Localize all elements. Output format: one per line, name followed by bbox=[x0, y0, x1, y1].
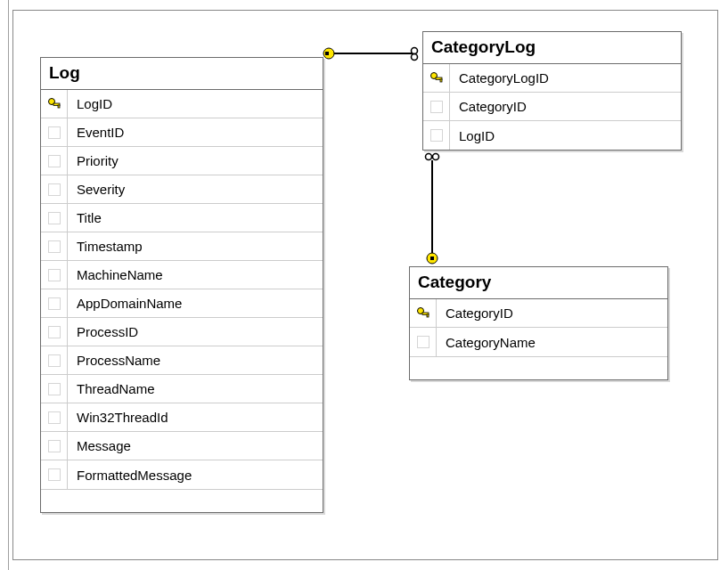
column-processname[interactable]: ProcessName bbox=[41, 346, 323, 375]
blank-icon bbox=[48, 326, 61, 338]
column-processid[interactable]: ProcessID bbox=[41, 318, 323, 346]
column-name: Win32ThreadId bbox=[68, 410, 168, 425]
blank-cell bbox=[41, 289, 68, 317]
column-message[interactable]: Message bbox=[41, 432, 323, 460]
blank-icon bbox=[48, 354, 61, 367]
blank-cell bbox=[423, 93, 450, 120]
svg-point-3 bbox=[412, 48, 418, 54]
column-priority[interactable]: Priority bbox=[41, 147, 323, 175]
column-name: CategoryID bbox=[450, 99, 527, 114]
key-icon bbox=[47, 97, 61, 111]
columns: CategoryLogID CategoryID LogID bbox=[423, 64, 681, 150]
column-name: Title bbox=[68, 210, 102, 225]
blank-cell bbox=[41, 261, 68, 289]
column-categorylogid[interactable]: CategoryLogID bbox=[423, 64, 681, 93]
column-name: Severity bbox=[68, 182, 125, 197]
column-name: EventID bbox=[68, 125, 124, 140]
table-log[interactable]: Log LogID EventID Priority Severity Titl… bbox=[40, 57, 323, 513]
svg-point-6 bbox=[426, 154, 432, 160]
relation-category-categorylog bbox=[422, 150, 442, 267]
column-logid[interactable]: LogID bbox=[423, 121, 681, 150]
column-eventid[interactable]: EventID bbox=[41, 118, 323, 147]
column-threadname[interactable]: ThreadName bbox=[41, 375, 323, 403]
blank-cell bbox=[41, 232, 68, 260]
diagram-canvas: Log LogID EventID Priority Severity Titl… bbox=[12, 10, 718, 560]
column-name: Message bbox=[68, 438, 131, 453]
pk-cell bbox=[41, 90, 68, 118]
column-name: Timestamp bbox=[68, 239, 143, 254]
table-footer bbox=[41, 489, 323, 512]
blank-icon bbox=[430, 101, 443, 113]
table-footer bbox=[410, 356, 667, 379]
column-categoryid[interactable]: CategoryID bbox=[423, 93, 681, 121]
blank-cell bbox=[410, 328, 437, 356]
column-categoryname[interactable]: CategoryName bbox=[410, 328, 667, 356]
svg-rect-18 bbox=[427, 314, 429, 317]
pk-cell bbox=[423, 64, 450, 92]
blank-icon bbox=[48, 183, 61, 196]
table-title: Category bbox=[410, 267, 667, 299]
blank-cell bbox=[41, 204, 68, 232]
column-win32threadid[interactable]: Win32ThreadId bbox=[41, 403, 323, 432]
margin-rule bbox=[8, 0, 9, 570]
table-categorylog[interactable]: CategoryLog CategoryLogID CategoryID Log… bbox=[422, 31, 682, 151]
column-name: CategoryID bbox=[437, 305, 513, 321]
columns: LogID EventID Priority Severity Title Ti… bbox=[41, 90, 323, 489]
blank-icon bbox=[48, 126, 61, 139]
svg-rect-12 bbox=[58, 105, 60, 108]
column-logid[interactable]: LogID bbox=[41, 90, 323, 118]
table-title: Log bbox=[41, 58, 323, 90]
blank-icon bbox=[48, 269, 61, 281]
table-title: CategoryLog bbox=[423, 32, 681, 64]
svg-point-8 bbox=[427, 253, 438, 264]
pk-cell bbox=[410, 299, 437, 327]
blank-icon bbox=[48, 212, 61, 224]
blank-cell bbox=[41, 147, 68, 175]
blank-cell bbox=[41, 375, 68, 403]
column-name: ProcessID bbox=[68, 324, 138, 339]
relation-log-categorylog bbox=[322, 45, 427, 62]
blank-icon bbox=[48, 440, 61, 452]
blank-icon bbox=[48, 383, 61, 395]
blank-cell bbox=[41, 460, 68, 489]
blank-cell bbox=[41, 346, 68, 374]
column-severity[interactable]: Severity bbox=[41, 175, 323, 204]
column-name: AppDomainName bbox=[68, 296, 182, 311]
column-name: ThreadName bbox=[68, 381, 155, 396]
blank-icon bbox=[417, 336, 429, 348]
column-name: MachineName bbox=[68, 267, 163, 282]
table-category[interactable]: Category CategoryID CategoryName bbox=[409, 266, 668, 380]
key-icon bbox=[429, 71, 444, 86]
svg-rect-15 bbox=[440, 79, 442, 82]
column-name: FormattedMessage bbox=[68, 468, 192, 483]
blank-cell bbox=[41, 432, 68, 460]
blank-icon bbox=[48, 468, 61, 481]
column-name: LogID bbox=[450, 128, 495, 143]
blank-cell bbox=[41, 318, 68, 346]
key-icon bbox=[416, 306, 430, 321]
blank-icon bbox=[430, 129, 443, 142]
column-name: ProcessName bbox=[68, 353, 160, 368]
svg-point-1 bbox=[323, 48, 334, 59]
column-categoryid[interactable]: CategoryID bbox=[410, 299, 667, 328]
svg-rect-2 bbox=[325, 52, 329, 55]
blank-cell bbox=[41, 175, 68, 203]
column-name: LogID bbox=[68, 96, 112, 111]
columns: CategoryID CategoryName bbox=[410, 299, 667, 356]
svg-point-7 bbox=[433, 154, 439, 160]
column-name: Priority bbox=[68, 153, 119, 168]
svg-point-4 bbox=[412, 54, 418, 61]
column-name: CategoryName bbox=[437, 335, 536, 350]
svg-rect-9 bbox=[430, 256, 434, 260]
column-formattedmessage[interactable]: FormattedMessage bbox=[41, 460, 323, 489]
blank-cell bbox=[41, 403, 68, 431]
column-timestamp[interactable]: Timestamp bbox=[41, 232, 323, 261]
column-title[interactable]: Title bbox=[41, 204, 323, 232]
column-machinename[interactable]: MachineName bbox=[41, 261, 323, 289]
blank-cell bbox=[41, 118, 68, 146]
column-appdomainname[interactable]: AppDomainName bbox=[41, 289, 323, 318]
blank-icon bbox=[48, 155, 61, 167]
column-name: CategoryLogID bbox=[450, 70, 549, 86]
blank-cell bbox=[423, 121, 450, 150]
blank-icon bbox=[48, 297, 61, 310]
